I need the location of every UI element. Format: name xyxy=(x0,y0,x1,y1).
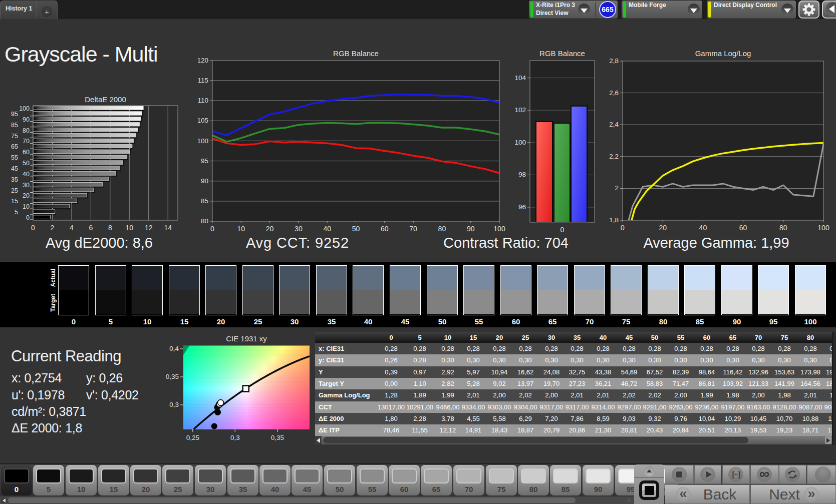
svg-text:0: 0 xyxy=(561,226,565,234)
svg-text:85: 85 xyxy=(11,122,18,129)
svg-text:0: 0 xyxy=(621,224,625,232)
svg-text:Gamma Log/Log: Gamma Log/Log xyxy=(695,50,751,58)
svg-text:2,6: 2,6 xyxy=(609,89,619,97)
svg-text:5: 5 xyxy=(15,209,18,216)
svg-text:CIE 1931 xy: CIE 1931 xy xyxy=(226,334,267,343)
svg-text:0,35: 0,35 xyxy=(166,373,179,380)
svg-text:12: 12 xyxy=(145,224,153,232)
svg-text:60: 60 xyxy=(381,225,389,233)
svg-text:0: 0 xyxy=(26,214,30,221)
svg-text:50: 50 xyxy=(23,160,30,167)
svg-text:80: 80 xyxy=(779,224,787,232)
svg-text:100: 100 xyxy=(19,105,30,112)
svg-text:1,8: 1,8 xyxy=(609,216,619,224)
svg-text:70: 70 xyxy=(409,225,417,233)
svg-text:115: 115 xyxy=(198,77,208,84)
svg-text:RGB Balance: RGB Balance xyxy=(539,50,585,58)
svg-text:98: 98 xyxy=(518,171,526,178)
svg-text:0,3: 0,3 xyxy=(230,434,240,441)
svg-text:105: 105 xyxy=(198,117,208,124)
svg-text:0,35: 0,35 xyxy=(271,434,284,441)
svg-text:2,8: 2,8 xyxy=(609,57,619,65)
svg-text:90: 90 xyxy=(467,225,475,233)
svg-text:40: 40 xyxy=(699,224,707,232)
svg-text:RGB Balance: RGB Balance xyxy=(333,50,379,58)
svg-text:95: 95 xyxy=(11,111,18,118)
svg-text:2: 2 xyxy=(51,224,55,232)
svg-text:2,2: 2,2 xyxy=(609,153,619,160)
svg-text:6: 6 xyxy=(89,224,93,232)
svg-text:75: 75 xyxy=(11,133,18,140)
svg-text:35: 35 xyxy=(11,176,18,183)
svg-text:0: 0 xyxy=(210,225,214,233)
svg-text:2: 2 xyxy=(615,184,619,192)
svg-text:60: 60 xyxy=(739,224,747,232)
svg-text:30: 30 xyxy=(295,225,303,233)
svg-text:40: 40 xyxy=(23,171,30,178)
svg-text:8: 8 xyxy=(108,224,112,232)
svg-text:95: 95 xyxy=(201,157,208,165)
svg-text:DeltaE 2000: DeltaE 2000 xyxy=(85,96,126,104)
svg-text:80: 80 xyxy=(23,127,30,134)
svg-text:85: 85 xyxy=(201,197,208,205)
svg-text:10: 10 xyxy=(126,224,134,232)
svg-text:10: 10 xyxy=(237,225,245,233)
svg-text:4: 4 xyxy=(70,224,74,232)
svg-text:40: 40 xyxy=(323,225,331,233)
svg-text:45: 45 xyxy=(11,165,18,172)
svg-text:100: 100 xyxy=(817,224,829,232)
svg-text:102: 102 xyxy=(514,106,526,114)
svg-text:50: 50 xyxy=(352,225,360,233)
svg-text:90: 90 xyxy=(23,116,30,123)
svg-text:120: 120 xyxy=(198,57,208,64)
svg-text:20: 20 xyxy=(23,192,30,199)
svg-text:65: 65 xyxy=(11,143,18,150)
svg-text:100: 100 xyxy=(514,139,526,146)
svg-text:100: 100 xyxy=(198,137,208,145)
svg-text:55: 55 xyxy=(11,154,18,161)
svg-text:20: 20 xyxy=(266,225,274,233)
svg-text:80: 80 xyxy=(438,225,446,233)
svg-text:2,4: 2,4 xyxy=(609,121,619,128)
svg-text:0,4: 0,4 xyxy=(169,345,179,352)
svg-text:14: 14 xyxy=(164,224,172,232)
svg-text:90: 90 xyxy=(201,177,208,185)
svg-text:60: 60 xyxy=(23,149,30,156)
svg-text:0: 0 xyxy=(31,224,35,232)
svg-text:80: 80 xyxy=(201,217,208,225)
svg-text:20: 20 xyxy=(659,224,667,232)
svg-text:30: 30 xyxy=(23,182,30,189)
svg-text:100: 100 xyxy=(493,225,505,233)
svg-text:104: 104 xyxy=(514,74,526,82)
svg-text:10: 10 xyxy=(23,203,30,210)
svg-text:110: 110 xyxy=(198,97,208,104)
svg-text:96: 96 xyxy=(518,203,526,211)
svg-text:0,3: 0,3 xyxy=(169,401,179,408)
svg-text:25: 25 xyxy=(11,187,18,194)
svg-text:15: 15 xyxy=(11,198,18,205)
svg-text:0,25: 0,25 xyxy=(186,434,199,441)
svg-text:70: 70 xyxy=(23,138,30,145)
